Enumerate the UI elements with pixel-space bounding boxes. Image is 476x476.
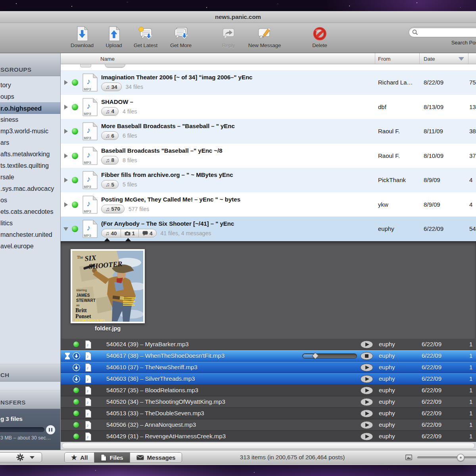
search-field-label: Search Posts — [409, 40, 476, 46]
svg-text:MP3: MP3 — [84, 87, 91, 91]
disclosure-triangle-icon[interactable] — [64, 202, 68, 207]
play-button[interactable] — [360, 421, 373, 429]
file-date: 6/22/09 — [422, 352, 441, 359]
play-button[interactable] — [360, 375, 373, 383]
svg-text:♪: ♪ — [86, 102, 90, 110]
upload-icon — [106, 26, 122, 42]
file-size: 1 — [469, 387, 472, 393]
post-row-selected[interactable]: ♪MP3 (For Anybody – The Six Shooter [~/4… — [61, 217, 476, 241]
sidebar-item-business[interactable]: siness — [0, 114, 60, 125]
sidebar-item-groups[interactable]: oups — [0, 91, 60, 102]
filter-all-button[interactable]: ★ All — [65, 453, 94, 463]
sidebar-item-forsale[interactable]: rsale — [0, 171, 60, 183]
new-status-icon — [72, 79, 78, 86]
filter-messages-button[interactable]: Messages — [130, 453, 182, 463]
file-from: euphy — [379, 352, 395, 359]
get-more-icon — [170, 26, 192, 42]
post-row[interactable]: ♪MP3 Posting McGee, They Called Me! – yE… — [61, 192, 476, 217]
play-button[interactable] — [360, 340, 373, 349]
disclosure-triangle-icon[interactable] — [64, 105, 68, 109]
post-row[interactable]: ♪MP3 Baseball Broadcasts "Baseball –" yE… — [61, 144, 476, 168]
column-header-name[interactable]: Name — [100, 56, 115, 62]
post-row[interactable]: ♪MP3 Imagination Theater 2006 [~ of 34] … — [61, 70, 476, 95]
new-message-button[interactable]: New Message — [248, 26, 281, 48]
search-input[interactable] — [409, 27, 476, 37]
sidebar-item-highspeed[interactable]: r.o.highspeed — [0, 102, 60, 114]
new-status-icon — [73, 388, 79, 393]
sidebar-item-manchester-united[interactable]: manchester.united — [0, 229, 60, 240]
delete-button[interactable]: Delete — [312, 26, 327, 48]
sidebar-item-mac-advocacy[interactable]: .sys.mac.advocacy — [0, 183, 60, 194]
file-row-selected[interactable]: ♪ 540610 (37) – TheNewSheriff.mp3 euphy … — [61, 362, 476, 373]
action-menu-button[interactable] — [0, 452, 42, 463]
svg-text:OLDTIME RADIO IN MP3: OLDTIME RADIO IN MP3 — [75, 319, 105, 322]
sidebar-item-world-music[interactable]: mp3.world-music — [0, 125, 60, 137]
star-icon: ★ — [71, 454, 77, 461]
post-row[interactable]: ♪MP3 Fibber fills from archive.org – " ~… — [61, 168, 476, 192]
stop-button[interactable] — [360, 352, 373, 360]
message-count-segment: 4 — [138, 229, 156, 237]
table-header: Name From Date — [61, 53, 476, 64]
svg-text:♪: ♪ — [86, 400, 89, 405]
unison-window: news.panic.com Download Upload Get Lat — [0, 11, 476, 465]
folder-jpg-thumbnail[interactable]: The SIX SHOOTER starring JAMES STEWART a… — [71, 249, 145, 323]
play-button[interactable] — [360, 432, 373, 441]
photo-count-segment: 1 — [121, 229, 139, 237]
size-slider-knob[interactable] — [457, 454, 464, 461]
pause-button[interactable] — [46, 425, 55, 434]
svg-text:♪: ♪ — [86, 77, 90, 86]
play-button[interactable] — [360, 363, 373, 372]
music-count-segment: ♫40 — [102, 229, 121, 237]
size-slider[interactable] — [417, 457, 476, 459]
post-row[interactable]: ♪MP3 More Baseball Broadcasts – "Basebal… — [61, 119, 476, 144]
sidebar-item-metalworking[interactable]: afts.metalworking — [0, 148, 60, 160]
file-row[interactable]: ♪ 540624 (39) – MyraBarker.mp3 euphy 6/2… — [61, 339, 476, 350]
upload-button[interactable]: Upload — [106, 26, 122, 48]
file-row-selected[interactable]: ♪ 540603 (36) – SilverThreads.mp3 euphy … — [61, 373, 476, 385]
mp3-file-icon: ♪MP3 — [81, 147, 98, 165]
file-row[interactable]: ♪ 540520 (34) – TheShootingOfWyattKing.m… — [61, 396, 476, 408]
sidebar-item-travel-europe[interactable]: avel.europe — [0, 240, 60, 252]
disclosure-triangle-icon[interactable] — [64, 129, 68, 134]
file-row[interactable]: ♪ 540513 (33) – TheDoubleSeven.mp3 euphy… — [61, 408, 476, 419]
play-button[interactable] — [360, 386, 373, 395]
column-header-from[interactable]: From — [378, 56, 391, 62]
post-row[interactable]: ♪MP3 SHADOW – ♫4 4 files dbf 8/13/09 13 — [61, 95, 476, 119]
disclosure-triangle-icon[interactable] — [64, 154, 68, 158]
column-header-date[interactable]: Date — [424, 56, 435, 62]
file-name: 540610 (37) – TheNewSheriff.mp3 — [106, 364, 198, 370]
sidebar-item-history[interactable]: tory — [0, 79, 60, 91]
sidebar-item-quilting[interactable]: ts.textiles.quilting — [0, 160, 60, 171]
sidebar-item-os[interactable]: os — [0, 194, 60, 206]
music-note-icon: ♫ — [106, 206, 110, 212]
horizontal-scrollbar[interactable] — [61, 442, 476, 450]
new-status-icon — [72, 104, 78, 110]
disclosure-triangle-icon[interactable] — [64, 80, 68, 85]
play-button[interactable] — [360, 409, 373, 418]
get-more-button[interactable]: Get More — [170, 26, 192, 48]
sidebar-item-cats-anecdotes[interactable]: ets.cats.anecdotes — [0, 206, 60, 217]
svg-text:STEWART: STEWART — [76, 298, 96, 303]
download-arrow-icon — [73, 352, 80, 360]
playback-slider[interactable] — [302, 353, 357, 359]
download-button[interactable]: Download — [71, 26, 94, 48]
file-row[interactable]: ♪ 540506 (32) – AnnaNorquest.mp3 euphy 6… — [61, 419, 476, 431]
file-size: 1 — [469, 375, 472, 382]
file-row[interactable]: ♪ 540429 (31) – RevengeAtHarnessCreek.mp… — [61, 431, 476, 442]
file-row[interactable]: ♪ 540527 (35) – BloodRelations.mp3 euphy… — [61, 385, 476, 396]
sidebar-item-politics[interactable]: litics — [0, 217, 60, 229]
disclosure-triangle-open-icon[interactable] — [63, 227, 68, 231]
filter-files-button[interactable]: Files — [94, 453, 129, 463]
disclosure-triangle-icon[interactable] — [64, 178, 68, 182]
svg-text:♪: ♪ — [86, 354, 89, 359]
reply-button[interactable]: Reply — [221, 26, 236, 48]
play-button[interactable] — [360, 398, 373, 406]
get-latest-button[interactable]: Get Latest — [134, 26, 157, 48]
title-bar[interactable]: news.panic.com — [0, 11, 476, 23]
horizontal-scrollbar-track[interactable] — [62, 443, 475, 449]
sort-descending-icon — [459, 57, 464, 61]
sidebar-item-ars[interactable]: ars — [0, 137, 60, 148]
content-count-badge: ♫40 1 4 — [101, 229, 157, 238]
file-row-playing[interactable]: ♪ 540617 (38) – WhenTheShoeDoesn'tFit.mp… — [61, 350, 476, 362]
post-row-partial[interactable] — [61, 64, 476, 70]
